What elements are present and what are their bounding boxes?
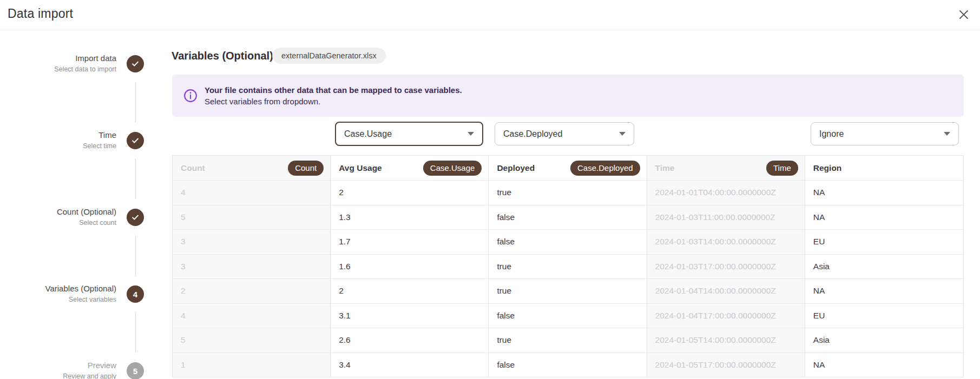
step-subtitle: Select count (0, 219, 116, 228)
column-label: Count (181, 163, 205, 173)
table-cell: 1.3 (331, 205, 489, 230)
table-cell: true (489, 328, 647, 353)
mapping-badge: Case.Deployed (570, 161, 640, 176)
check-icon (127, 209, 144, 226)
table-cell: true (489, 181, 647, 205)
table-cell: 2024-01-05T17:00:00.0000000Z (647, 353, 805, 377)
table-cell: 1.6 (331, 255, 489, 279)
table-cell: 4 (173, 181, 331, 205)
table-cell: false (489, 353, 647, 377)
table-cell: EU (805, 230, 963, 254)
step-number: 4 (127, 285, 144, 303)
table-row: 22true2024-01-04T14:00:00.0000000ZNA (173, 278, 963, 303)
table-cell: 3.4 (331, 353, 489, 377)
stepper-connector (135, 236, 136, 276)
table-cell: 2 (331, 279, 489, 303)
table-row: 51.3false2024-01-03T11:00:00.0000000ZNA (173, 205, 963, 230)
table-cell: false (489, 230, 647, 254)
table-cell: NA (805, 279, 963, 303)
column-header-avg-usage: Avg Usage Case.Usage (331, 156, 489, 180)
column-header-region: Region (805, 156, 963, 180)
column-header-deployed: Deployed Case.Deployed (489, 156, 647, 180)
column-label: Avg Usage (339, 163, 382, 173)
stepper-step-2[interactable]: TimeSelect time (0, 129, 144, 152)
banner-line-1: Your file contains other data that can b… (205, 84, 462, 96)
table-cell: 2024-01-04T17:00:00.0000000Z (647, 304, 805, 328)
table-row: 31.6true2024-01-03T17:00:00.0000000ZAsia (173, 254, 963, 279)
table-row: 42true2024-01-01T04:00:00.0000000ZNA (173, 180, 963, 205)
table-cell: 3 (173, 230, 331, 254)
column-header-time: Time Time (647, 156, 805, 180)
column-label: Time (655, 163, 675, 173)
table-cell: 2024-01-03T17:00:00.0000000Z (647, 255, 805, 279)
table-cell: Asia (805, 255, 963, 279)
table-row: 43.1false2024-01-04T17:00:00.0000000ZEU (173, 303, 963, 328)
step-label: TimeSelect time (0, 130, 127, 150)
table-cell: NA (805, 205, 963, 230)
stepper-connector (135, 159, 136, 199)
table-cell: 2024-01-03T11:00:00.0000000Z (647, 205, 805, 230)
table-row: 31.7false2024-01-03T14:00:00.0000000ZEU (173, 229, 963, 254)
section-heading: Variables (Optional) (172, 50, 273, 62)
variable-dropdown-avg-usage[interactable]: Case.Usage (335, 122, 483, 146)
stepper: Import dataSelect data to importTimeSele… (0, 0, 157, 379)
table-cell: 2.6 (331, 328, 489, 353)
step-title: Time (0, 130, 116, 141)
table-cell: 2024-01-01T04:00:00.0000000Z (647, 181, 805, 205)
table-cell: 3 (173, 255, 331, 279)
mapping-badge: Time (766, 161, 798, 176)
stepper-step-5[interactable]: PreviewReview and apply5 (0, 359, 144, 379)
step-subtitle: Select variables (0, 296, 116, 304)
step-title: Count (Optional) (0, 207, 116, 217)
file-name-chip: externalDataGenerator.xlsx (272, 48, 386, 64)
table-cell: Asia (805, 328, 963, 353)
stepper-step-4[interactable]: Variables (Optional)Select variables4 (0, 282, 144, 306)
table-cell: 2024-01-05T14:00:00.0000000Z (647, 328, 805, 353)
table-cell: 1 (173, 353, 331, 377)
table-header: Count Count Avg Usage Case.Usage Deploye… (173, 156, 963, 180)
table-cell: true (489, 255, 647, 279)
chevron-down-icon (619, 132, 626, 136)
variable-dropdown-deployed[interactable]: Case.Deployed (495, 122, 634, 145)
table-cell: 1.7 (331, 230, 489, 254)
data-preview-table: Count Count Avg Usage Case.Usage Deploye… (172, 155, 964, 377)
table-cell: false (489, 304, 647, 328)
dropdown-value: Ignore (819, 129, 844, 139)
table-body: 42true2024-01-01T04:00:00.0000000ZNA51.3… (173, 180, 963, 377)
step-subtitle: Select time (0, 142, 116, 151)
table-cell: true (489, 279, 647, 303)
close-button[interactable] (954, 5, 974, 25)
table-row: 13.4false2024-01-05T17:00:00.0000000ZNA (173, 353, 963, 377)
column-header-count: Count Count (173, 156, 331, 180)
stepper-connector (135, 82, 136, 122)
stepper-connector (135, 312, 136, 353)
variable-dropdown-region[interactable]: Ignore (811, 122, 959, 145)
step-title: Variables (Optional) (0, 284, 116, 294)
step-subtitle: Select data to import (0, 65, 116, 74)
table-cell: NA (805, 181, 963, 205)
table-cell: 3.1 (331, 304, 489, 328)
chevron-down-icon (468, 132, 474, 136)
step-label: Count (Optional)Select count (0, 207, 127, 227)
table-cell: 5 (173, 328, 331, 353)
info-banner: Your file contains other data that can b… (172, 75, 964, 117)
dropdown-value: Case.Deployed (503, 129, 562, 139)
mapping-badge: Count (288, 161, 324, 176)
banner-text: Your file contains other data that can b… (205, 84, 462, 107)
table-cell: 2024-01-03T14:00:00.0000000Z (647, 230, 805, 254)
step-label: PreviewReview and apply (0, 361, 127, 379)
step-subtitle: Review and apply (0, 373, 116, 379)
table-cell: 4 (173, 304, 331, 328)
table-cell: 2024-01-04T14:00:00.0000000Z (647, 279, 805, 303)
step-label: Variables (Optional)Select variables (0, 284, 127, 304)
table-cell: NA (805, 353, 963, 377)
table-cell: 2 (331, 181, 489, 205)
table-row: 52.6true2024-01-05T14:00:00.0000000ZAsia (173, 328, 963, 353)
stepper-step-3[interactable]: Count (Optional)Select count (0, 205, 144, 229)
mapping-badge: Case.Usage (423, 161, 482, 176)
table-cell: EU (805, 304, 963, 328)
check-icon (127, 132, 144, 149)
step-number: 5 (127, 362, 144, 379)
stepper-step-1[interactable]: Import dataSelect data to import (0, 52, 144, 76)
column-label: Deployed (497, 163, 535, 173)
